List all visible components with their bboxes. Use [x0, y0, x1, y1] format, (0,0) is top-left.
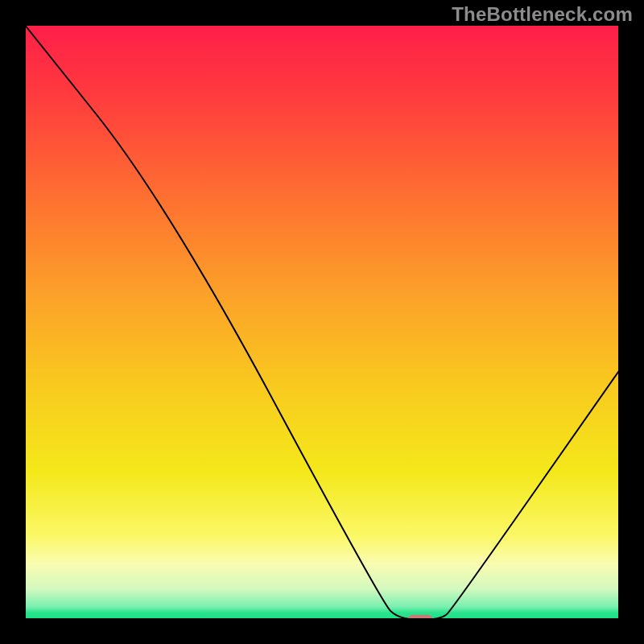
bottleneck-line — [24, 24, 620, 620]
watermark-label: TheBottleneck.com — [452, 3, 633, 26]
plot-area — [24, 24, 620, 620]
selected-marker — [408, 615, 433, 620]
chart-container: TheBottleneck.com — [0, 0, 644, 644]
chart-foreground — [24, 24, 620, 620]
